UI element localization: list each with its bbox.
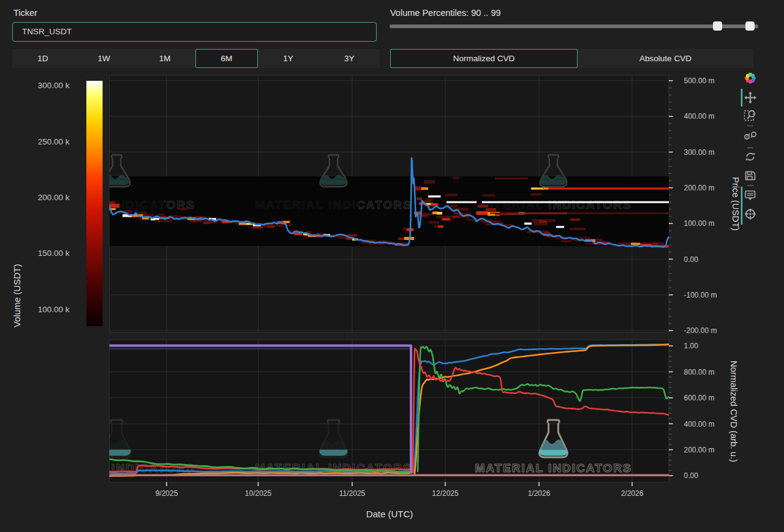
svg-text:2/2026: 2/2026 xyxy=(621,489,644,498)
svg-text:Normalized CVD (arb. u.): Normalized CVD (arb. u.) xyxy=(729,361,739,462)
svg-text:-100.00 m: -100.00 m xyxy=(684,291,717,299)
svg-text:Volume (USDT): Volume (USDT) xyxy=(12,264,22,328)
svg-text:500.00 m: 500.00 m xyxy=(684,77,715,85)
svg-text:0.00: 0.00 xyxy=(684,471,699,480)
svg-text:150.00 k: 150.00 k xyxy=(38,249,70,258)
svg-text:400.00 m: 400.00 m xyxy=(684,112,715,121)
svg-text:1/2026: 1/2026 xyxy=(528,489,551,498)
svg-text:9/2025: 9/2025 xyxy=(156,489,178,498)
svg-text:600.00 m: 600.00 m xyxy=(684,394,715,402)
svg-text:200.00 m: 200.00 m xyxy=(684,446,715,454)
svg-text:1.00: 1.00 xyxy=(684,342,699,350)
svg-text:400.00 m: 400.00 m xyxy=(684,420,715,429)
svg-text:250.00 k: 250.00 k xyxy=(38,137,70,146)
svg-text:MATERIAL INDICATORS: MATERIAL INDICATORS xyxy=(475,462,631,474)
svg-text:12/2025: 12/2025 xyxy=(432,489,459,498)
svg-text:800.00 m: 800.00 m xyxy=(684,368,715,377)
svg-text:300.00 m: 300.00 m xyxy=(684,148,715,157)
svg-text:Price (USDT): Price (USDT) xyxy=(731,177,741,231)
svg-text:11/2025: 11/2025 xyxy=(339,489,366,498)
svg-text:200.00 k: 200.00 k xyxy=(38,193,70,202)
svg-text:300.00 k: 300.00 k xyxy=(38,81,70,90)
svg-text:100.00 k: 100.00 k xyxy=(38,305,70,314)
svg-text:0.00: 0.00 xyxy=(684,255,699,264)
svg-text:100.00 m: 100.00 m xyxy=(684,219,715,228)
svg-text:10/2025: 10/2025 xyxy=(245,489,272,498)
svg-text:Date (UTC): Date (UTC) xyxy=(366,509,413,519)
svg-text:200.00 m: 200.00 m xyxy=(684,184,715,192)
svg-text:-200.00 m: -200.00 m xyxy=(684,326,717,335)
